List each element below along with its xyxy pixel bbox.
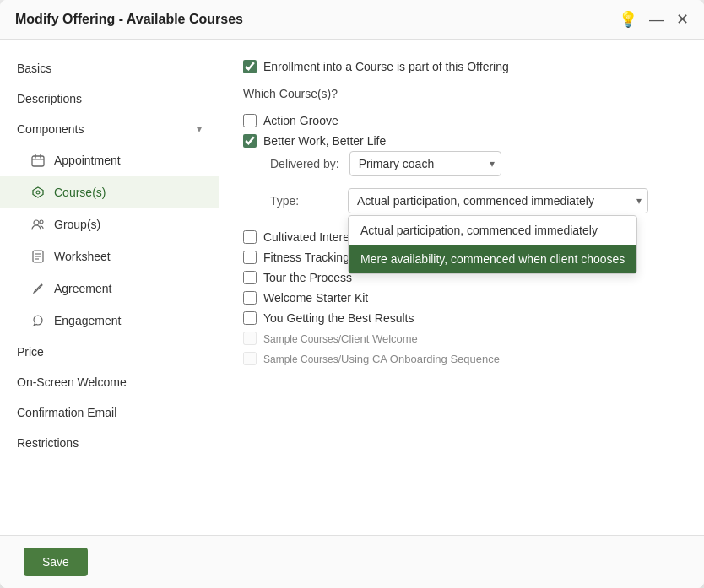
course-item-action-groove: Action Groove: [243, 111, 680, 131]
worksheet-icon: [30, 249, 46, 264]
header-controls: 💡 — ✕: [619, 12, 689, 27]
sidebar-item-label: Restrictions: [17, 436, 79, 450]
course-checkbox-client-welcome[interactable]: [243, 332, 257, 345]
type-option-mere[interactable]: Mere availability, commenced when client…: [349, 245, 636, 273]
course-item-best-results: You Getting the Best Results: [243, 308, 680, 328]
course-label-action-groove[interactable]: Action Groove: [263, 114, 338, 127]
course-checkbox-better-work[interactable]: [243, 134, 257, 148]
chevron-down-icon: ▾: [197, 123, 202, 135]
course-checkbox-action-groove[interactable]: [243, 114, 257, 127]
type-dropdown-options: Actual participation, commenced immediat…: [348, 215, 637, 274]
course-item-client-welcome: Sample Courses/Client Welcome: [243, 328, 680, 348]
type-select[interactable]: Actual participation, commenced immediat…: [348, 188, 648, 213]
delivered-by-row: Delivered by: Primary coach Any coach Sp…: [270, 151, 680, 176]
type-row: Type: Actual participation, commenced im…: [270, 188, 680, 213]
sidebar-item-groups[interactable]: Group(s): [0, 208, 219, 240]
enrollment-checkbox[interactable]: [243, 60, 257, 73]
course-checkbox-ca-onboarding[interactable]: [243, 352, 257, 365]
course-checkbox-welcome-kit[interactable]: [243, 291, 257, 305]
sidebar-item-label: Appointment: [54, 154, 121, 167]
sidebar-item-restrictions[interactable]: Restrictions: [0, 428, 219, 458]
course-checkbox-tour[interactable]: [243, 271, 257, 284]
sidebar-item-label: On-Screen Welcome: [17, 375, 127, 389]
course-item-better-work: Better Work, Better Life: [243, 131, 680, 151]
svg-point-6: [40, 220, 43, 224]
type-select-outer: Actual participation, commenced immediat…: [348, 188, 648, 213]
sidebar-item-label: Group(s): [54, 218, 100, 231]
groups-icon: [30, 217, 46, 232]
svg-point-5: [34, 220, 39, 225]
sample-prefix-ca-onboarding: Sample Courses/: [263, 353, 341, 365]
sidebar-item-descriptions[interactable]: Descriptions: [0, 84, 219, 114]
minimize-icon[interactable]: —: [649, 12, 664, 27]
enrollment-row: Enrollment into a Course is part of this…: [243, 60, 680, 73]
course-label-ca-onboarding[interactable]: Sample Courses/Using CA Onboarding Seque…: [263, 353, 500, 365]
course-label-best-results[interactable]: You Getting the Best Results: [263, 311, 414, 325]
sidebar-item-price[interactable]: Price: [0, 337, 219, 367]
sidebar-item-agreement[interactable]: Agreement: [0, 272, 219, 305]
save-button[interactable]: Save: [24, 548, 88, 576]
close-icon[interactable]: ✕: [676, 12, 689, 27]
sidebar-item-worksheet[interactable]: Worksheet: [0, 240, 219, 272]
course-label-welcome-kit[interactable]: Welcome Starter Kit: [263, 291, 368, 305]
sidebar-item-label: Price: [17, 345, 44, 359]
which-courses-label: Which Course(s)?: [243, 87, 680, 100]
modal-header: Modify Offering - Available Courses 💡 — …: [0, 0, 704, 40]
sidebar-item-label: Descriptions: [17, 92, 82, 105]
course-item-welcome-kit: Welcome Starter Kit: [243, 288, 680, 308]
enrollment-label[interactable]: Enrollment into a Course is part of this…: [263, 60, 509, 73]
modal-title: Modify Offering - Available Courses: [15, 12, 243, 27]
course-label-client-welcome[interactable]: Sample Courses/Client Welcome: [263, 332, 418, 345]
course-item-ca-onboarding: Sample Courses/Using CA Onboarding Seque…: [243, 348, 680, 369]
course-checkbox-best-results[interactable]: [243, 311, 257, 325]
modal-footer: Save: [0, 535, 704, 588]
sidebar: Basics Descriptions Components ▾ Appoint…: [0, 40, 219, 535]
sidebar-item-label: Engagement: [54, 314, 121, 327]
delivered-by-select[interactable]: Primary coach Any coach Specific coach: [349, 151, 501, 176]
sidebar-item-label: Worksheet: [54, 250, 111, 263]
svg-rect-0: [32, 156, 44, 166]
sidebar-item-engagement[interactable]: Engagement: [0, 305, 219, 337]
sidebar-item-appointment[interactable]: Appointment: [0, 144, 219, 176]
type-label: Type:: [270, 194, 338, 208]
delivered-by-label: Delivered by:: [270, 157, 339, 170]
course-checkbox-fitness[interactable]: [243, 251, 257, 264]
sidebar-item-label: Agreement: [54, 282, 111, 295]
type-select-wrapper: Actual participation, commenced immediat…: [348, 188, 648, 213]
content-area: Enrollment into a Course is part of this…: [219, 40, 704, 535]
modal-body: Basics Descriptions Components ▾ Appoint…: [0, 40, 704, 535]
course-checkbox-cultivated[interactable]: [243, 230, 257, 244]
hint-icon[interactable]: 💡: [619, 12, 637, 27]
course-label-cultivated[interactable]: Cultivated Intere...: [263, 230, 360, 244]
appointment-icon: [30, 153, 46, 168]
course-label-tour[interactable]: Tour the Process: [263, 271, 352, 284]
courses-icon: [30, 185, 46, 200]
delivered-by-select-wrapper: Primary coach Any coach Specific coach ▾: [349, 151, 501, 176]
type-option-actual[interactable]: Actual participation, commenced immediat…: [349, 216, 636, 245]
svg-point-4: [36, 191, 40, 194]
agreement-icon: [30, 281, 46, 296]
modal-container: Modify Offering - Available Courses 💡 — …: [0, 0, 704, 588]
sidebar-item-components[interactable]: Components ▾: [0, 114, 219, 144]
sample-prefix-client-welcome: Sample Courses/: [263, 333, 341, 345]
sidebar-item-label: Confirmation Email: [17, 406, 116, 419]
sidebar-item-label: Components: [17, 122, 84, 136]
course-label-fitness[interactable]: Fitness Tracking...: [263, 251, 360, 264]
engagement-icon: [30, 313, 46, 328]
sidebar-item-courses[interactable]: Course(s): [0, 176, 219, 208]
course-label-better-work[interactable]: Better Work, Better Life: [263, 134, 386, 148]
sidebar-item-confirmation[interactable]: Confirmation Email: [0, 397, 219, 428]
sidebar-item-basics[interactable]: Basics: [0, 53, 219, 84]
course-list: Action Groove Better Work, Better Life D…: [243, 111, 680, 213]
sidebar-item-label: Basics: [17, 62, 51, 75]
sidebar-item-label: Course(s): [54, 186, 106, 199]
sidebar-item-onscreen[interactable]: On-Screen Welcome: [0, 367, 219, 397]
